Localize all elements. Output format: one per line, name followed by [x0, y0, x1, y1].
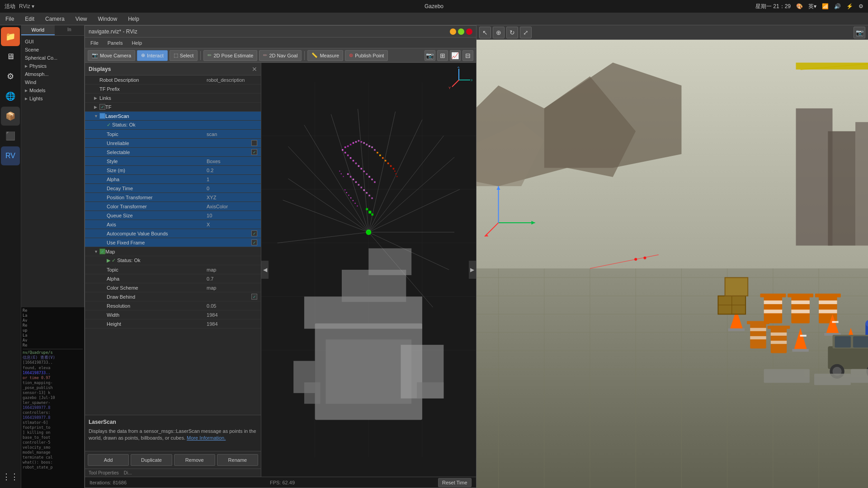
terminal-area: Re La Av Re up La Av Re nv/Quadrupe/s 信息… — [21, 307, 85, 488]
menu-camera[interactable]: Camera — [43, 15, 66, 23]
tree-item-links[interactable]: ▶ Links — [85, 94, 261, 103]
panel-icon-btn[interactable]: ⊟ — [462, 50, 473, 61]
viewport-arrow-left[interactable]: ◀ — [261, 261, 269, 279]
map-checkbox[interactable] — [99, 249, 105, 254]
tree-item-size[interactable]: Size (m) 0.2 — [85, 166, 261, 175]
sidebar-item-scene[interactable]: Scene — [21, 46, 84, 54]
app-icon-terminal[interactable]: 🖥 — [1, 47, 20, 66]
sidebar-item-gui[interactable]: GUI — [21, 38, 84, 46]
term-line-4: Re — [23, 323, 83, 328]
displays-close-btn[interactable]: ✕ — [252, 66, 257, 73]
tree-item-style[interactable]: Style Boxes — [85, 157, 261, 166]
app-icon-files[interactable]: 📁 — [1, 27, 20, 46]
tree-item-queue-size[interactable]: Queue Size 10 — [85, 211, 261, 220]
svg-rect-146 — [832, 321, 838, 323]
menu-view[interactable]: View — [74, 15, 89, 23]
tree-item-robot-desc[interactable]: Robot Description robot_description — [85, 75, 261, 84]
svg-rect-61 — [366, 173, 368, 175]
tree-item-color-scheme[interactable]: Color Scheme map — [85, 283, 261, 292]
tree-item-laserscan[interactable]: ▼ LaserScan — [85, 112, 261, 121]
interact-btn[interactable]: ⊕ Interact — [137, 50, 168, 61]
tree-item-map-topic[interactable]: Topic map — [85, 265, 261, 274]
rviz-menu-panels[interactable]: Panels — [106, 39, 125, 47]
duplicate-btn[interactable]: Duplicate — [131, 454, 172, 466]
gz-translate-btn[interactable]: ⊕ — [493, 27, 505, 38]
tree-item-unreliable[interactable]: Unreliable — [85, 139, 261, 148]
tree-item-height-val[interactable]: Height 1984 — [85, 319, 261, 328]
app-icon-settings[interactable]: ⚙ — [1, 67, 20, 86]
sidebar-tab-interact[interactable]: In — [55, 25, 85, 35]
app-icon-chrome[interactable]: 🌐 — [1, 87, 20, 106]
tree-item-topic[interactable]: Topic scan — [85, 130, 261, 139]
gz-camera-btn[interactable]: 📷 — [854, 27, 865, 38]
reset-time-btn[interactable]: Reset Time — [438, 478, 472, 487]
sidebar-item-spherical[interactable]: Spherical Co... — [21, 54, 84, 62]
menu-file[interactable]: File — [4, 15, 16, 23]
rviz-menu-help[interactable]: Help — [130, 39, 144, 47]
svg-rect-39 — [361, 141, 363, 143]
app-icon-grid[interactable]: ⋮⋮ — [1, 467, 20, 486]
viewport-arrow-right[interactable]: ▶ — [469, 261, 476, 279]
selectable-checkbox[interactable] — [251, 149, 257, 155]
svg-rect-36 — [353, 142, 354, 144]
gazebo-3d-scene[interactable] — [476, 40, 868, 488]
select-btn[interactable]: ⬚ Select — [170, 50, 198, 61]
rviz-close-btn[interactable] — [466, 28, 472, 35]
sidebar-item-wind[interactable]: Wind — [21, 78, 84, 86]
nav-goal-btn[interactable]: ✏ 2D Nav Goal — [259, 50, 302, 61]
sidebar-item-physics[interactable]: Physics — [21, 62, 84, 70]
pose-estimate-btn[interactable]: ✏ 2D Pose Estimate — [203, 50, 257, 61]
sidebar-item-models[interactable]: Models — [21, 86, 84, 94]
move-camera-btn[interactable]: 📷 Move Camera — [88, 50, 135, 61]
rviz-maximize-btn[interactable] — [458, 28, 464, 35]
app-icon-3d[interactable]: 📦 — [1, 107, 20, 126]
rviz-menu-file[interactable]: File — [89, 39, 100, 47]
tree-item-map-alpha[interactable]: Alpha 0.7 — [85, 274, 261, 283]
tree-item-resolution[interactable]: Resolution 0.05 — [85, 301, 261, 310]
gz-select-btn[interactable]: ↖ — [479, 27, 491, 38]
app-icon-vscode[interactable]: ⬛ — [1, 127, 20, 145]
autocompute-checkbox[interactable] — [251, 230, 257, 236]
measure-btn[interactable]: 📏 Measure — [307, 50, 343, 61]
tree-item-alpha[interactable]: Alpha 1 — [85, 175, 261, 184]
tree-item-map[interactable]: ▼ Map — [85, 247, 261, 256]
draw-behind-checkbox[interactable] — [251, 294, 257, 300]
tree-item-axis[interactable]: Axis X — [85, 220, 261, 229]
publish-point-btn[interactable]: ⊛ Publish Point — [345, 50, 388, 61]
menu-help[interactable]: Help — [126, 15, 141, 23]
tf-checkbox[interactable] — [99, 104, 105, 110]
menu-window[interactable]: Window — [96, 15, 119, 23]
svg-point-187 — [634, 258, 637, 261]
chart-icon-btn[interactable]: 📈 — [450, 50, 461, 61]
gz-rotate-btn[interactable]: ↻ — [506, 27, 518, 38]
rviz-minimize-btn[interactable] — [450, 28, 456, 35]
tree-item-selectable[interactable]: Selectable — [85, 148, 261, 157]
grid-icon-btn[interactable]: ⊞ — [437, 50, 448, 61]
info-link[interactable]: More Information. — [187, 435, 226, 441]
tree-item-tf-prefix[interactable]: TF Prefix — [85, 84, 261, 94]
rviz-viewport[interactable]: ◀ ▶ — [261, 63, 476, 477]
camera-capture-btn[interactable]: 📷 — [425, 50, 435, 61]
rename-btn[interactable]: Rename — [217, 454, 258, 466]
tree-item-autocompute[interactable]: Autocompute Value Bounds — [85, 229, 261, 238]
gz-scale-btn[interactable]: ⤢ — [520, 27, 532, 38]
sidebar-item-lights[interactable]: Lights — [21, 94, 84, 103]
app-icon-rviz[interactable]: RV — [1, 146, 20, 165]
laserscan-checkbox[interactable] — [99, 113, 105, 119]
svg-rect-127 — [791, 300, 809, 304]
measure-icon: 📏 — [311, 52, 318, 58]
tree-item-pos-transformer[interactable]: Position Transformer XYZ — [85, 193, 261, 202]
tree-item-tf[interactable]: ▶ TF — [85, 103, 261, 112]
fixed-frame-checkbox[interactable] — [251, 239, 257, 245]
add-btn[interactable]: Add — [88, 454, 129, 466]
remove-btn[interactable]: Remove — [174, 454, 215, 466]
menu-edit[interactable]: Edit — [23, 15, 36, 23]
tree-item-fixed-frame[interactable]: Use Fixed Frame — [85, 238, 261, 247]
sidebar-tab-world[interactable]: World — [21, 25, 55, 35]
unreliable-checkbox[interactable] — [251, 140, 257, 146]
tree-item-color-transformer[interactable]: Color Transformer AxisColor — [85, 202, 261, 211]
tree-item-width[interactable]: Width 1984 — [85, 310, 261, 319]
sidebar-item-atmos[interactable]: Atmosph... — [21, 70, 84, 78]
tree-item-draw-behind[interactable]: Draw Behind — [85, 292, 261, 301]
tree-item-decay-time[interactable]: Decay Time 0 — [85, 184, 261, 193]
